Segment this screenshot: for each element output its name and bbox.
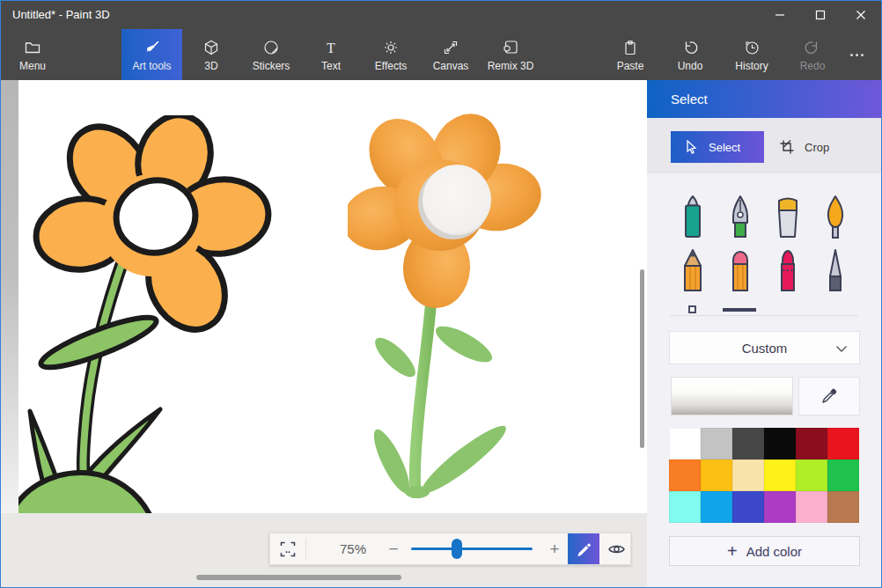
draw-mode-button[interactable] xyxy=(568,533,599,564)
color-swatch[interactable] xyxy=(827,459,859,491)
select-mode-button[interactable]: Select xyxy=(671,131,764,163)
undo-icon xyxy=(681,39,699,56)
paint3d-window: Untitled* - Paint 3D Menu xyxy=(0,0,882,588)
eyedropper-button[interactable] xyxy=(798,377,860,415)
maximize-icon xyxy=(812,7,828,23)
toolbar-item-history[interactable]: History xyxy=(722,29,782,80)
color-swatch[interactable] xyxy=(669,428,701,459)
pencil-icon xyxy=(575,540,592,558)
color-swatch[interactable] xyxy=(796,491,827,523)
partial-tool-glyph xyxy=(688,305,696,313)
toolbar-item-text[interactable]: T Text xyxy=(301,29,361,80)
eye-icon xyxy=(607,542,626,556)
remix-3d-icon xyxy=(502,39,519,56)
panel-header: Select xyxy=(647,80,881,118)
toolbar-item-3d[interactable]: 3D xyxy=(181,29,241,80)
toolbar: Menu Art tools 3D Stickers xyxy=(1,29,881,80)
effects-sun-icon xyxy=(382,39,400,56)
color-type-dropdown[interactable]: Custom xyxy=(669,331,860,364)
paste-clipboard-icon xyxy=(621,39,639,56)
color-swatch[interactable] xyxy=(701,428,732,459)
2d-flower-drawing[interactable] xyxy=(18,115,317,513)
zoom-level-value: 75% xyxy=(327,541,379,556)
minimize-button[interactable] xyxy=(760,1,800,29)
brush-grid xyxy=(669,195,859,294)
toolbar-item-remix-3d[interactable]: Remix 3D xyxy=(481,29,540,80)
current-color-preview[interactable] xyxy=(671,377,793,415)
color-swatch[interactable] xyxy=(764,428,796,459)
paintbrush-icon xyxy=(143,39,161,56)
toolbar-item-stickers[interactable]: Stickers xyxy=(241,29,301,80)
paint-brush-button[interactable] xyxy=(768,195,807,240)
toolbar-item-paste[interactable]: Paste xyxy=(600,29,660,80)
toolbar-item-art-tools[interactable]: Art tools xyxy=(121,29,182,80)
drawing-canvas[interactable] xyxy=(18,80,647,513)
redo-icon xyxy=(804,39,821,56)
zoom-slider-track[interactable] xyxy=(411,548,533,550)
toolbar-item-effects[interactable]: Effects xyxy=(361,29,421,80)
color-palette xyxy=(669,428,859,523)
select-crop-row: Select Crop xyxy=(647,118,881,173)
zoom-slider-thumb[interactable] xyxy=(452,539,462,559)
fit-to-view-button[interactable] xyxy=(274,536,302,562)
marker-brush-button[interactable] xyxy=(673,195,712,240)
more-options-button[interactable] xyxy=(839,29,874,80)
panel-title: Select xyxy=(671,92,708,107)
color-swatch[interactable] xyxy=(827,491,859,523)
pencil-tool-button[interactable] xyxy=(673,248,712,294)
color-swatch[interactable] xyxy=(701,459,732,491)
color-swatch[interactable] xyxy=(764,459,796,491)
plus-icon: + xyxy=(727,543,738,559)
vertical-scrollbar[interactable] xyxy=(640,269,644,448)
toolbar-item-undo[interactable]: Undo xyxy=(660,29,720,80)
minimize-icon xyxy=(772,7,788,23)
color-swatch[interactable] xyxy=(701,491,732,523)
folder-icon xyxy=(24,39,41,56)
zoom-in-button[interactable]: + xyxy=(542,538,567,560)
sticker-icon xyxy=(262,39,280,56)
close-button[interactable] xyxy=(841,1,881,29)
history-clock-icon xyxy=(743,39,761,56)
crop-mode-button[interactable]: Crop xyxy=(771,131,836,163)
dropdown-value: Custom xyxy=(742,341,788,356)
toolbar-item-menu[interactable]: Menu xyxy=(3,29,62,80)
3d-flower-model[interactable] xyxy=(348,107,550,498)
ellipsis-icon xyxy=(850,54,853,56)
zoom-out-button[interactable]: − xyxy=(381,538,406,560)
color-swatch[interactable] xyxy=(796,459,827,491)
window-title: Untitled* - Paint 3D xyxy=(12,8,110,21)
window-controls xyxy=(760,1,881,29)
crayon-tool-button[interactable] xyxy=(768,248,807,294)
watercolor-brush-button[interactable] xyxy=(816,195,855,240)
horizontal-scrollbar[interactable] xyxy=(196,575,401,580)
color-swatch[interactable] xyxy=(669,459,701,491)
cursor-arrow-icon xyxy=(684,139,699,155)
view-mode-button[interactable] xyxy=(603,538,629,560)
color-swatch[interactable] xyxy=(764,491,796,523)
text-icon: T xyxy=(322,39,340,56)
crop-icon xyxy=(778,138,796,156)
canvas-resize-icon xyxy=(442,39,459,56)
color-swatch[interactable] xyxy=(732,491,764,523)
svg-text:T: T xyxy=(327,40,335,55)
partial-tool-glyph xyxy=(723,308,756,312)
canvas-margin xyxy=(1,80,18,513)
color-swatch[interactable] xyxy=(669,491,701,523)
add-color-button[interactable]: + Add color xyxy=(669,536,860,566)
divider xyxy=(670,315,858,316)
color-swatch[interactable] xyxy=(796,428,827,459)
fit-to-view-icon xyxy=(279,540,297,558)
toolbar-item-canvas[interactable]: Canvas xyxy=(421,29,481,80)
chevron-down-icon xyxy=(835,345,848,353)
color-swatch[interactable] xyxy=(827,428,859,459)
calligraphy-pen-button[interactable] xyxy=(721,195,760,240)
eraser-tool-button[interactable] xyxy=(721,248,760,294)
pixel-pen-button[interactable] xyxy=(816,248,855,294)
toolbar-item-redo[interactable]: Redo xyxy=(783,29,842,80)
color-swatch[interactable] xyxy=(732,459,764,491)
side-panel: Select Select Crop xyxy=(647,80,881,587)
maximize-button[interactable] xyxy=(800,1,841,29)
zoom-toolbar: 75% − + xyxy=(269,533,631,565)
eyedropper-icon xyxy=(820,387,838,405)
color-swatch[interactable] xyxy=(732,428,764,459)
